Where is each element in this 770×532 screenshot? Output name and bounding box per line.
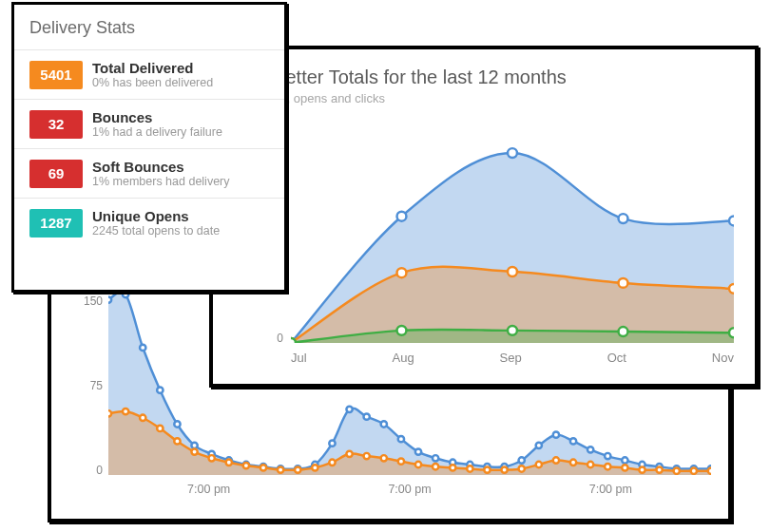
svg-point-37 [123,408,128,414]
daily-x-axis: 7:00 pm 7:00 pm 7:00 pm [108,483,711,504]
svg-point-30 [622,457,627,463]
svg-point-53 [398,458,404,464]
delivery-stats-panel: Delivery Stats 5401Total Delivered0% has… [11,2,287,293]
svg-point-72 [291,338,296,343]
svg-point-86 [729,328,734,337]
stat-label: Bounces [92,109,222,125]
svg-point-40 [174,438,180,444]
svg-point-1 [123,294,128,297]
svg-point-44 [243,463,249,468]
stat-text: Soft Bounces1% members had delivery [92,159,230,188]
svg-point-56 [450,465,455,470]
monthly-chart: 20,000 15,000 10,000 5,000 0 Jul Aug Sep… [234,117,734,373]
svg-point-46 [278,466,283,472]
svg-point-59 [501,466,507,472]
svg-point-76 [729,217,734,226]
svg-point-81 [729,284,734,294]
svg-point-50 [346,451,352,457]
svg-point-52 [381,455,387,461]
x-tick: 7:00 pm [388,483,431,504]
svg-point-24 [519,457,525,463]
svg-point-16 [381,421,387,427]
svg-point-85 [619,327,628,336]
stat-row: 5401Total Delivered0% has been delivered [14,49,284,99]
svg-point-27 [570,438,576,444]
svg-point-28 [587,446,593,452]
stat-sub: 0% has been delivered [92,76,213,89]
svg-point-73 [397,212,407,221]
svg-point-83 [397,326,407,335]
svg-point-58 [484,466,490,472]
svg-point-29 [605,453,610,459]
svg-point-61 [536,462,542,467]
svg-point-66 [622,465,627,470]
svg-point-38 [140,415,145,421]
svg-point-26 [553,432,559,438]
svg-point-84 [508,326,517,335]
y-tick: 0 [68,464,108,477]
svg-point-74 [508,148,517,158]
y-tick: 0 [234,332,291,345]
monthly-x-axis: Jul Aug Sep Oct Nov [291,351,734,373]
svg-point-69 [674,468,680,474]
svg-point-19 [433,455,438,461]
svg-point-79 [508,267,517,276]
monthly-title: Newsletter Totals for the last 12 months [234,66,734,88]
svg-point-54 [415,462,421,467]
svg-point-48 [312,465,318,470]
stat-label: Soft Bounces [92,159,230,175]
svg-point-65 [605,464,610,469]
x-tick: Oct [607,351,626,373]
monthly-subtitle: Total sent, opens and clicks [234,91,734,105]
svg-point-64 [587,462,593,467]
svg-point-39 [157,426,163,431]
svg-point-36 [108,410,111,416]
svg-point-0 [108,296,111,302]
x-tick: Aug [393,351,414,373]
svg-point-67 [639,466,645,472]
stat-badge: 5401 [29,61,83,89]
x-tick: Nov [712,351,734,373]
svg-point-18 [415,448,421,454]
stat-badge: 69 [29,160,83,188]
svg-point-78 [397,268,407,277]
svg-point-3 [157,388,163,393]
x-tick: Jul [291,351,307,373]
stat-badge: 32 [29,110,83,139]
stats-title: Delivery Stats [14,18,284,49]
svg-point-55 [433,464,438,469]
svg-point-60 [519,466,525,471]
svg-point-25 [536,443,542,448]
stat-row: 1287Unique Opens2245 total opens to date [14,198,284,247]
svg-point-75 [619,214,628,223]
stat-sub: 1% had a delivery failure [92,125,222,139]
svg-point-82 [291,338,296,343]
monthly-chart-panel: Newsletter Totals for the last 12 months… [209,46,759,388]
svg-point-62 [553,457,559,463]
svg-point-42 [209,455,215,461]
y-tick: 150 [68,294,108,308]
svg-point-63 [570,460,576,466]
stat-text: Bounces1% had a delivery failure [92,109,222,139]
stat-text: Unique Opens2245 total opens to date [92,208,220,238]
svg-point-2 [140,345,145,351]
svg-point-70 [691,468,697,474]
x-tick: Sep [500,351,522,373]
svg-point-80 [619,278,628,288]
svg-point-43 [226,460,232,466]
svg-point-57 [467,466,472,471]
svg-point-4 [174,421,180,427]
stat-label: Unique Opens [92,208,220,224]
svg-point-5 [191,443,197,448]
svg-point-71 [708,468,711,474]
y-tick: 75 [68,379,108,392]
svg-point-49 [329,460,335,466]
x-tick: 7:00 pm [187,483,230,504]
svg-point-13 [329,440,335,446]
stat-badge: 1287 [29,209,83,238]
stat-row: 69Soft Bounces1% members had delivery [14,148,284,198]
svg-point-68 [656,466,662,472]
svg-point-51 [364,453,370,459]
svg-point-15 [364,413,370,419]
svg-point-45 [260,465,266,470]
